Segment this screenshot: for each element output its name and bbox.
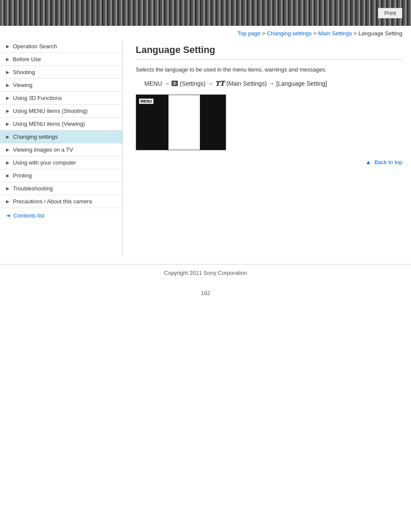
main-layout: ▶ Operation Search ▶ Before Use ▶ Shooti…: [0, 40, 411, 255]
back-to-top-label: Back to top: [374, 159, 402, 165]
sidebar-item-viewing-images-tv[interactable]: ▶ Viewing images on a TV: [0, 143, 122, 156]
sidebar-item-viewing[interactable]: ▶ Viewing: [0, 79, 122, 92]
triangle-icon: ▲: [365, 159, 371, 165]
breadcrumb-sep3: >: [354, 30, 358, 37]
breadcrumb-sep2: >: [313, 30, 318, 37]
breadcrumb-top-page[interactable]: Top page: [237, 30, 261, 37]
contents-list-label: Contents list: [13, 212, 44, 219]
cam-left-panel: MENU: [136, 95, 168, 150]
page-number: 192: [0, 281, 411, 305]
header-bar: Print: [0, 0, 411, 26]
breadcrumb-main-settings[interactable]: Main Settings: [318, 30, 352, 37]
sidebar-item-printing[interactable]: ▶ Printing: [0, 169, 122, 182]
main-settings-text: (Main Settings): [226, 80, 267, 87]
content-area: Language Setting Selects the language to…: [123, 40, 411, 174]
arrow-icon: ▶: [6, 173, 9, 178]
arrow-sym-3: →: [268, 80, 274, 87]
breadcrumb-sep1: >: [262, 30, 267, 37]
sidebar-item-label: Using MENU items (Shooting): [13, 108, 87, 114]
arrow-icon: ▶: [6, 83, 9, 87]
sidebar-item-label: Using with your computer: [13, 159, 76, 166]
sidebar-item-using-with-computer[interactable]: ▶ Using with your computer: [0, 156, 122, 169]
copyright-text: Copyright 2011 Sony Corporation: [164, 270, 247, 276]
breadcrumb-changing-settings[interactable]: Changing settings: [267, 30, 312, 37]
sidebar-item-using-menu-shooting[interactable]: ▶ Using MENU items (Shooting): [0, 105, 122, 118]
sidebar-item-label: Printing: [13, 172, 32, 179]
arrow-icon: ▶: [6, 109, 9, 113]
sidebar-item-label: Operation Search: [13, 43, 57, 50]
menu-label: MENU: [144, 80, 162, 87]
arrow-icon: ▶: [6, 186, 9, 191]
settings-text: (Settings): [180, 80, 206, 87]
sidebar-item-label: Precautions / About this camera: [13, 198, 92, 205]
arrow-sym-1: →: [164, 80, 170, 87]
cam-right-panel: [200, 95, 226, 150]
sidebar: ▶ Operation Search ▶ Before Use ▶ Shooti…: [0, 40, 123, 255]
bracket-label: [Language Setting]: [276, 80, 327, 87]
arrow-icon: ▶: [6, 70, 9, 75]
contents-list-link[interactable]: ➜ Contents list: [0, 208, 122, 223]
arrow-sym-2: →: [207, 80, 213, 87]
sidebar-item-label: Shooting: [13, 69, 35, 75]
sidebar-item-precautions[interactable]: ▶ Precautions / About this camera: [0, 195, 122, 208]
sidebar-item-label: Viewing images on a TV: [13, 146, 73, 153]
sidebar-item-using-menu-viewing[interactable]: ▶ Using MENU items (Viewing): [0, 118, 122, 131]
back-to-top-link[interactable]: ▲ Back to top: [365, 159, 402, 165]
arrow-icon: ▶: [6, 147, 9, 152]
page-title: Language Setting: [136, 44, 402, 59]
sidebar-item-label: Before Use: [13, 56, 41, 62]
arrow-icon: ▶: [6, 134, 9, 139]
sidebar-item-before-use[interactable]: ▶ Before Use: [0, 53, 122, 66]
main-settings-icon: 𝚼𝚻: [215, 80, 224, 87]
sidebar-item-changing-settings[interactable]: ▶ Changing settings: [0, 131, 122, 143]
breadcrumb: Top page > Changing settings > Main Sett…: [0, 26, 411, 40]
arrow-icon: ▶: [6, 96, 9, 100]
settings-icon: ⚙: [171, 81, 178, 86]
footer: Copyright 2011 Sony Corporation: [0, 264, 411, 281]
sidebar-item-operation-search[interactable]: ▶ Operation Search: [0, 40, 122, 53]
sidebar-item-label: Troubleshooting: [13, 185, 53, 192]
sidebar-item-label: Viewing: [13, 82, 32, 88]
sidebar-item-label: Using MENU items (Viewing): [13, 121, 85, 127]
content-description: Selects the language to be used in the m…: [136, 65, 402, 75]
sidebar-item-shooting[interactable]: ▶ Shooting: [0, 66, 122, 79]
arrow-icon: ▶: [6, 57, 9, 62]
arrow-icon: ▶: [6, 160, 9, 165]
menu-path: MENU → ⚙ (Settings) → 𝚼𝚻 (Main Settings)…: [136, 80, 402, 87]
cam-menu-label: MENU: [139, 98, 154, 104]
breadcrumb-current: Language Setting: [358, 30, 402, 37]
arrow-right-icon: ➜: [6, 212, 11, 219]
sidebar-item-troubleshooting[interactable]: ▶ Troubleshooting: [0, 182, 122, 195]
cam-middle-panel: [168, 95, 200, 150]
back-to-top: ▲ Back to top: [136, 159, 402, 165]
sidebar-item-label: Using 3D Functions: [13, 95, 62, 101]
sidebar-item-using-3d[interactable]: ▶ Using 3D Functions: [0, 92, 122, 105]
print-button[interactable]: Print: [378, 8, 402, 19]
sidebar-item-label: Changing settings: [13, 134, 58, 140]
arrow-icon: ▶: [6, 121, 9, 126]
arrow-icon: ▶: [6, 199, 9, 204]
arrow-icon: ▶: [6, 44, 9, 49]
camera-screenshot: MENU: [136, 94, 226, 150]
